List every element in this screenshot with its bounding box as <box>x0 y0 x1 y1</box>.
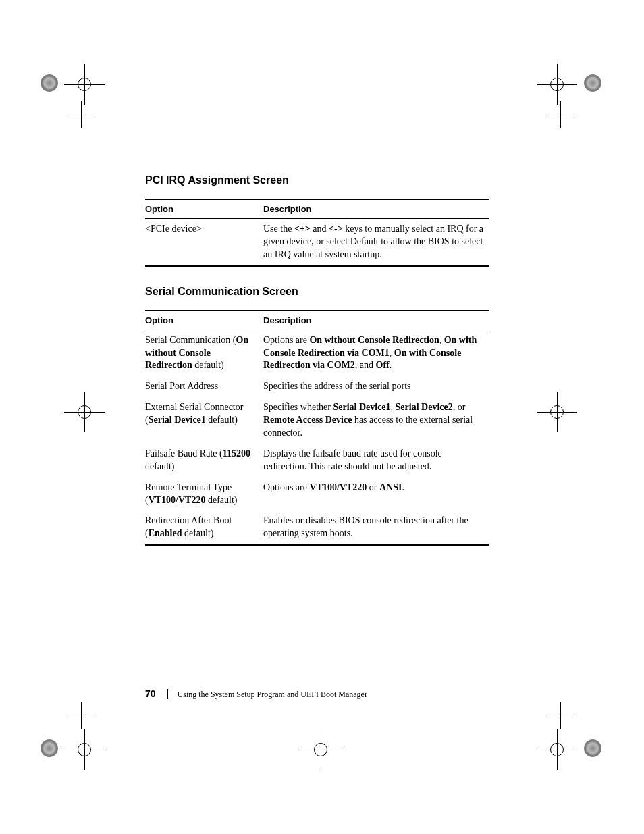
page-footer: 70 Using the System Setup Program and UE… <box>145 688 489 700</box>
registration-dot-icon <box>41 739 58 757</box>
footer-chapter: Using the System Setup Program and UEFI … <box>167 689 367 699</box>
description-cell: Use the <+> and <-> keys to manually sel… <box>263 219 489 266</box>
option-cell: Remote Terminal Type (VT100/VT220 defaul… <box>145 477 263 511</box>
option-cell: Failsafe Baud Rate (115200 default) <box>145 444 263 477</box>
registration-dot-icon <box>584 739 601 757</box>
column-header-description: Description <box>263 311 489 330</box>
table-row: Redirection After Boot (Enabled default)… <box>145 511 489 545</box>
registration-mark-icon <box>537 392 577 432</box>
page: PCI IRQ Assignment Screen Option Descrip… <box>0 0 644 834</box>
table-row: <PCIe device> Use the <+> and <-> keys t… <box>145 219 489 266</box>
table-row: Remote Terminal Type (VT100/VT220 defaul… <box>145 477 489 511</box>
page-content: PCI IRQ Assignment Screen Option Descrip… <box>145 174 489 565</box>
description-cell: Enables or disables BIOS console redirec… <box>263 511 489 545</box>
registration-dot-icon <box>584 74 601 92</box>
description-cell: Specifies the address of the serial port… <box>263 376 489 397</box>
option-cell: <PCIe device> <box>145 219 263 266</box>
registration-mark-icon <box>300 729 341 770</box>
section-heading-serial-comm: Serial Communication Screen <box>145 286 489 298</box>
registration-mark-icon <box>537 729 577 770</box>
description-cell: Options are VT100/VT220 or ANSI. <box>263 477 489 511</box>
registration-dot-icon <box>41 74 58 92</box>
table-row: Serial Port Address Specifies the addres… <box>145 376 489 397</box>
table-row: Failsafe Baud Rate (115200 default) Disp… <box>145 444 489 477</box>
serial-comm-table: Option Description Serial Communication … <box>145 310 489 546</box>
crop-mark-icon <box>68 702 95 729</box>
column-header-option: Option <box>145 199 263 219</box>
column-header-option: Option <box>145 311 263 330</box>
page-number: 70 <box>145 688 156 699</box>
description-cell: Options are On without Console Redirecti… <box>263 330 489 376</box>
option-cell: Serial Communication (On without Console… <box>145 330 263 376</box>
section-heading-pci-irq: PCI IRQ Assignment Screen <box>145 174 489 186</box>
registration-mark-icon <box>64 64 105 105</box>
column-header-description: Description <box>263 199 489 219</box>
crop-mark-icon <box>547 101 574 128</box>
registration-mark-icon <box>64 729 105 770</box>
description-cell: Displays the failsafe baud rate used for… <box>263 444 489 477</box>
option-cell: External Serial Connector (Serial Device… <box>145 397 263 444</box>
table-row: External Serial Connector (Serial Device… <box>145 397 489 444</box>
option-cell: Redirection After Boot (Enabled default) <box>145 511 263 545</box>
registration-mark-icon <box>64 392 105 432</box>
pci-irq-table: Option Description <PCIe device> Use the… <box>145 199 489 267</box>
option-cell: Serial Port Address <box>145 376 263 397</box>
table-row: Serial Communication (On without Console… <box>145 330 489 376</box>
crop-mark-icon <box>68 101 95 128</box>
registration-mark-icon <box>537 64 577 105</box>
description-cell: Specifies whether Serial Device1, Serial… <box>263 397 489 444</box>
crop-mark-icon <box>547 702 574 729</box>
